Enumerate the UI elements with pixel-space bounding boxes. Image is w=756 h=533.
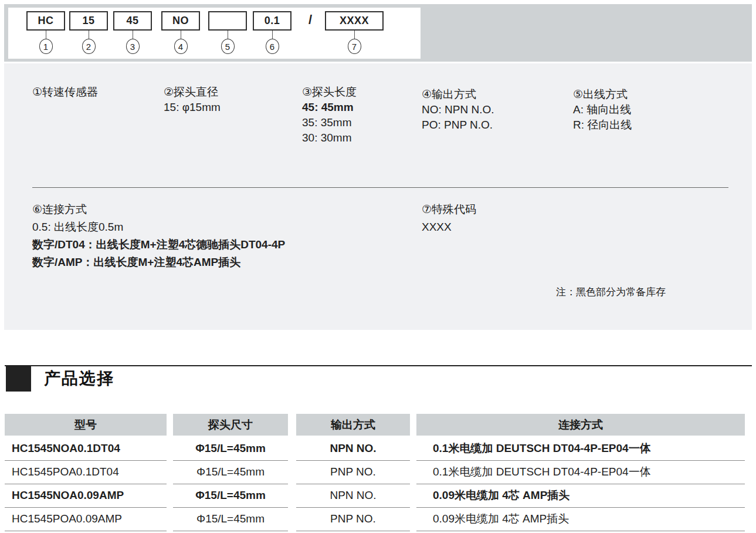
table-cell: HC1545NOA0.1DT04 — [5, 437, 167, 461]
legend-line: XXXX — [422, 218, 476, 236]
code-box-special: XXXX — [325, 11, 384, 31]
table-cell: NPN NO. — [296, 484, 410, 508]
legend-title: ④输出方式 — [422, 87, 494, 102]
legend-line: PO: PNP N.O. — [422, 117, 494, 133]
callout-circle-1: 1 — [39, 39, 53, 54]
callout-tick — [133, 31, 133, 39]
legend-line: 45: 45mm — [302, 100, 357, 115]
table-cell: 0.09米电缆加 4芯 AMP插头 — [416, 508, 745, 531]
code-segment-diameter: 15 2 — [69, 11, 108, 54]
legend-title: ②探头直径 — [164, 85, 221, 100]
callout-tick — [228, 31, 228, 39]
legend-title: ⑦特殊代码 — [422, 201, 476, 218]
code-box-length: 45 — [113, 11, 152, 31]
code-segment-exit: 5 — [208, 11, 247, 54]
table-cell: 0.1米电缆加 DEUTSCH DT04-4P-EP04一体 — [416, 461, 745, 484]
code-segment-output: NO 4 — [161, 11, 200, 54]
code-segment-special: XXXX 7 — [325, 11, 384, 54]
legend-title: ⑤出线方式 — [573, 87, 632, 102]
callout-circle-5: 5 — [221, 39, 235, 54]
code-legend-panel: ①转速传感器 ②探头直径 15: φ15mm ③探头长度 45: 45mm 35… — [4, 63, 752, 330]
legend-line: 35: 35mm — [302, 115, 357, 130]
table-cell: HC1545NOA0.09AMP — [5, 484, 167, 508]
column-header-model: 型号 — [5, 414, 167, 436]
model-code-band: HC 1 15 2 45 3 NO 4 5 0.1 6 — [4, 4, 752, 62]
table-cell: 0.1米电缆加 DEUTSCH DT04-4P-EP04一体 — [416, 437, 745, 461]
table-column-model: 型号 HC1545NOA0.1DT04 HC1545POA0.1DT04 HC1… — [5, 414, 167, 531]
table-column-output-mode: 输出方式 NPN NO. PNP NO. NPN NO. PNP NO. — [296, 414, 410, 531]
section-title: 产品选择 — [44, 367, 114, 390]
stock-note: 注：黑色部分为常备库存 — [556, 285, 666, 299]
code-box-exit — [208, 11, 247, 31]
legend-line: A: 轴向出线 — [573, 102, 632, 117]
callout-tick — [46, 31, 46, 39]
table-cell: Φ15/L=45mm — [173, 508, 288, 531]
callout-circle-2: 2 — [82, 39, 96, 54]
code-box-output: NO — [161, 11, 200, 31]
code-box-prefix: HC — [26, 11, 65, 31]
legend-output-mode: ④输出方式 NO: NPN N.O. PO: PNP N.O. — [422, 87, 494, 133]
legend-connection-mode: ⑥连接方式 0.5: 出线长度0.5m 数字/DT04：出线长度M+注塑4芯德驰… — [32, 201, 285, 271]
callout-tick — [272, 31, 273, 39]
legend-line: 数字/DT04：出线长度M+注塑4芯德驰插头DT04-4P — [32, 236, 285, 254]
callout-circle-3: 3 — [126, 39, 140, 54]
callout-tick — [354, 31, 355, 39]
table-cell: HC1545POA0.09AMP — [5, 508, 167, 531]
legend-title: ⑥连接方式 — [32, 201, 285, 218]
column-header-probe-size: 探头尺寸 — [173, 414, 288, 436]
legend-probe-length: ③探头长度 45: 45mm 35: 35mm 30: 30mm — [302, 85, 357, 146]
code-box-connection: 0.1 — [253, 11, 291, 31]
column-header-connection-mode: 连接方式 — [416, 414, 745, 436]
legend-title: ③探头长度 — [302, 85, 357, 100]
legend-sensor-type: ①转速传感器 — [32, 85, 98, 100]
table-cell: 0.09米电缆加 4芯 AMP插头 — [416, 484, 745, 508]
legend-line: 数字/AMP：出线长度M+注塑4芯AMP插头 — [32, 254, 285, 271]
table-cell: Φ15/L=45mm — [173, 484, 288, 508]
legend-line: NO: NPN N.O. — [422, 102, 494, 117]
code-segment-connection: 0.1 6 — [253, 11, 291, 54]
table-cell: PNP NO. — [296, 461, 410, 484]
code-segment-length: 45 3 — [113, 11, 152, 54]
code-box-diameter: 15 — [69, 11, 108, 31]
legend-line: 15: φ15mm — [164, 100, 221, 115]
callout-circle-4: 4 — [174, 39, 188, 54]
code-segment-prefix: HC 1 — [26, 11, 65, 54]
callout-tick — [181, 31, 181, 39]
code-separator-slash: / — [300, 12, 321, 28]
model-code-panel: HC 1 15 2 45 3 NO 4 5 0.1 6 — [8, 8, 421, 59]
legend-line: R: 径向出线 — [573, 117, 632, 133]
callout-tick — [89, 31, 89, 39]
section-marker-square — [6, 366, 31, 392]
legend-line: 30: 30mm — [302, 130, 357, 146]
callout-circle-6: 6 — [266, 39, 279, 54]
legend-title: ①转速传感器 — [32, 85, 98, 100]
section-rule — [5, 365, 752, 366]
table-cell: PNP NO. — [296, 508, 410, 531]
table-cell: NPN NO. — [296, 437, 410, 461]
legend-special-code: ⑦特殊代码 XXXX — [422, 201, 476, 236]
callout-circle-7: 7 — [348, 39, 361, 54]
column-header-output-mode: 输出方式 — [296, 414, 410, 436]
legend-divider-line — [32, 187, 728, 188]
table-cell: Φ15/L=45mm — [173, 461, 288, 484]
legend-probe-diameter: ②探头直径 15: φ15mm — [164, 85, 221, 115]
table-column-connection-mode: 连接方式 0.1米电缆加 DEUTSCH DT04-4P-EP04一体 0.1米… — [416, 414, 745, 531]
legend-line: 0.5: 出线长度0.5m — [32, 218, 285, 236]
table-cell: HC1545POA0.1DT04 — [5, 461, 167, 484]
table-column-probe-size: 探头尺寸 Φ15/L=45mm Φ15/L=45mm Φ15/L=45mm Φ1… — [173, 414, 288, 531]
legend-exit-mode: ⑤出线方式 A: 轴向出线 R: 径向出线 — [573, 87, 632, 133]
table-cell: Φ15/L=45mm — [173, 437, 288, 461]
